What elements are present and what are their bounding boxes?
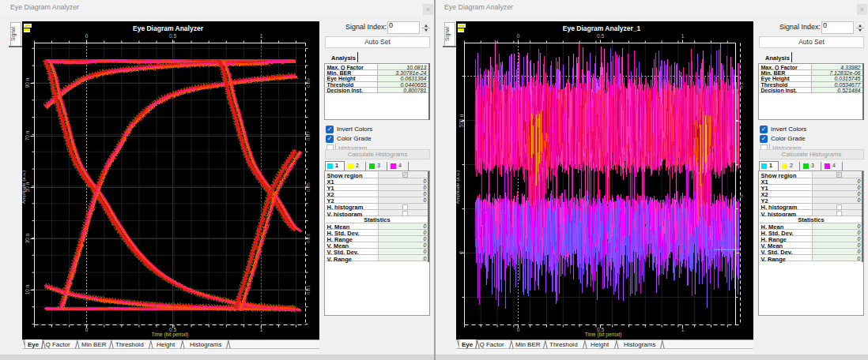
svg-text:0: 0 — [517, 327, 520, 332]
svg-text:0.07: 0.07 — [306, 131, 311, 141]
svg-text:0.5: 0.5 — [169, 33, 176, 39]
svg-text:70 n: 70 n — [25, 130, 30, 141]
svg-text:Time (bit period): Time (bit period) — [584, 332, 621, 338]
svg-text:0: 0 — [517, 33, 520, 39]
svg-text:0.03: 0.03 — [306, 234, 311, 243]
svg-text:Amplitude (a.u.): Amplitude (a.u.) — [456, 171, 460, 204]
svg-text:0: 0 — [459, 251, 464, 254]
svg-text:0.5: 0.5 — [597, 33, 604, 39]
svg-text:0: 0 — [739, 194, 744, 197]
svg-text:1: 1 — [260, 327, 263, 332]
svg-text:10 n: 10 n — [25, 284, 30, 294]
svg-text:0: 0 — [85, 327, 89, 332]
svg-text:1: 1 — [681, 33, 685, 39]
svg-text:1: 1 — [681, 327, 685, 332]
svg-text:0.09: 0.09 — [306, 78, 311, 88]
svg-text:500 u: 500 u — [459, 114, 464, 127]
svg-text:Eye Diagram Analyzer: Eye Diagram Analyzer — [133, 24, 204, 32]
svg-text:Amplitude (a.u.): Amplitude (a.u.) — [22, 171, 26, 204]
svg-text:1: 1 — [260, 33, 263, 39]
svg-text:0: 0 — [85, 33, 89, 39]
svg-text:Eye Diagram Analyzer_1: Eye Diagram Analyzer_1 — [563, 24, 641, 32]
svg-text:Time (bit period): Time (bit period) — [151, 332, 188, 338]
svg-text:0.01: 0.01 — [306, 285, 311, 294]
svg-text:30 n: 30 n — [25, 233, 30, 243]
svg-text:90 n: 90 n — [25, 77, 30, 88]
svg-text:0.05: 0.05 — [306, 182, 311, 192]
svg-text:0.1: 0.1 — [739, 81, 744, 88]
